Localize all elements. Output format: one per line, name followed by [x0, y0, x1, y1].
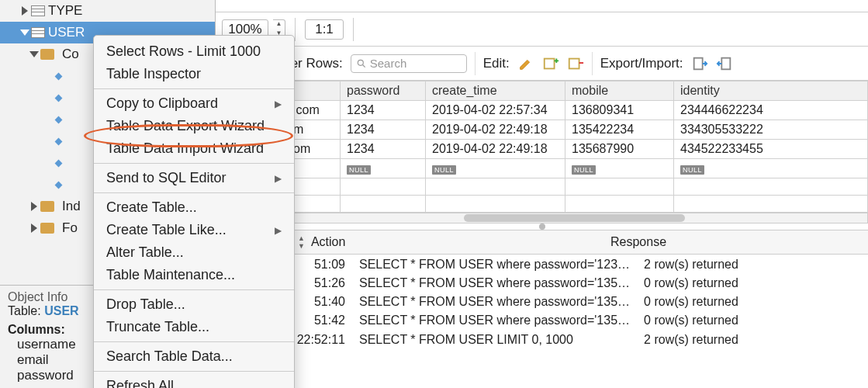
log-col-response: Response	[604, 235, 868, 249]
cell[interactable]	[674, 178, 868, 196]
cell[interactable]: 334305533222	[674, 120, 868, 140]
menu-item[interactable]: Alter Table...	[94, 241, 294, 264]
log-cell: 0 row(s) returned	[638, 293, 866, 310]
table-row[interactable]: NULLNULLNULLNULLNULL	[216, 159, 868, 178]
table-row[interactable]: 1234@163.com12342019-04-02 22:49:1813568…	[216, 140, 868, 159]
table-context-menu[interactable]: Select Rows - Limit 1000Table InspectorC…	[93, 35, 295, 388]
tree-label: TYPE	[48, 3, 82, 19]
main-panel: 100% ▲▼ 1:1 Filter Rows: Search Edit: Ex…	[216, 0, 868, 388]
log-row[interactable]: 51:26SELECT * FROM USER where password='…	[217, 275, 866, 292]
column-header[interactable]: identity	[674, 81, 868, 101]
expand-icon	[29, 51, 39, 57]
column-header[interactable]: create_time	[426, 81, 565, 101]
cell[interactable]: 234446622234	[674, 101, 868, 120]
log-row[interactable]: 51:09SELECT * FROM USER where password='…	[217, 256, 866, 273]
table-icon	[31, 5, 45, 16]
menu-item[interactable]: Table Maintenance...	[94, 264, 294, 286]
zoom-bar: 100% ▲▼ 1:1	[216, 12, 868, 47]
zoom-oneone[interactable]: 1:1	[305, 19, 344, 40]
edit-label: Edit:	[483, 56, 510, 71]
cell[interactable]: 136809341	[565, 101, 674, 120]
cell[interactable]	[341, 178, 426, 196]
table-row[interactable]	[216, 196, 868, 213]
cell[interactable]: 1234	[341, 101, 426, 120]
submenu-arrow-icon: ▶	[275, 225, 282, 236]
log-row[interactable]: 51:40SELECT * FROM USER where password='…	[217, 293, 866, 310]
log-row[interactable]: ✓1122:52:11SELECT * FROM USER LIMIT 0, 1…	[217, 331, 866, 348]
cell[interactable]: 434522233455	[674, 140, 868, 159]
cell[interactable]: 135687990	[565, 140, 674, 159]
menu-item[interactable]: Select Rows - Limit 1000	[94, 40, 294, 63]
log-cell: 2 row(s) returned	[638, 256, 866, 273]
log-cell: SELECT * FROM USER LIMIT 0, 1000	[353, 331, 636, 348]
cell[interactable]	[426, 178, 565, 196]
folder-icon	[40, 49, 54, 60]
menu-item[interactable]: Search Table Data...	[94, 345, 294, 368]
log-cell: 0 row(s) returned	[638, 275, 866, 292]
column-header[interactable]: mobile	[565, 81, 674, 101]
menu-item[interactable]: Table Inspector	[94, 63, 294, 85]
export-icon[interactable]	[691, 55, 708, 72]
add-row-icon[interactable]	[542, 55, 559, 72]
svg-rect-5	[545, 58, 555, 68]
menu-item[interactable]: Send to SQL Editor▶	[94, 167, 294, 189]
tree-item-type[interactable]: TYPE	[0, 0, 215, 22]
tree-label: Ind	[62, 199, 81, 214]
cell[interactable]: NULL	[426, 159, 565, 178]
svg-line-4	[362, 64, 365, 67]
menu-item[interactable]: Table Data Export Wizard	[94, 115, 294, 137]
expand-icon	[22, 6, 28, 16]
log-cell: 0 row(s) returned	[638, 312, 866, 329]
cell[interactable]: 1234	[341, 140, 426, 159]
log-row[interactable]: 51:42SELECT * FROM USER where password='…	[217, 312, 866, 329]
cell[interactable]	[565, 178, 674, 196]
menu-item[interactable]: Create Table Like...▶	[94, 219, 294, 241]
svg-rect-6	[569, 58, 579, 68]
column-header[interactable]: password	[341, 81, 426, 101]
import-icon[interactable]	[716, 55, 733, 72]
menu-item[interactable]: Refresh All	[94, 375, 294, 388]
export-label: Export/Import:	[600, 56, 683, 71]
menu-item[interactable]: Create Table...	[94, 196, 294, 219]
menu-item[interactable]: Table Data Import Wizard	[94, 137, 294, 160]
menu-item[interactable]: Drop Table...	[94, 293, 294, 316]
cell[interactable]: 135422234	[565, 120, 674, 140]
delete-row-icon[interactable]	[567, 55, 584, 72]
cell[interactable]	[426, 196, 565, 213]
log-cell: SELECT * FROM USER where password='135…	[353, 275, 636, 292]
cell[interactable]: NULL	[565, 159, 674, 178]
column-icon	[55, 137, 63, 145]
cell[interactable]: NULL	[674, 159, 868, 178]
menu-item[interactable]: Copy to Clipboard▶	[94, 92, 294, 115]
cell[interactable]: NULL	[341, 159, 426, 178]
expand-icon	[20, 29, 29, 36]
svg-rect-8	[721, 57, 730, 69]
cell[interactable]	[341, 196, 426, 213]
tree-label: Co	[62, 47, 79, 62]
result-grid[interactable]: emailpasswordcreate_timemobileidentity 1…	[216, 81, 868, 213]
cell[interactable]: 2019-04-02 22:49:18	[426, 140, 565, 159]
cell[interactable]: 2019-04-02 22:57:34	[426, 101, 565, 120]
tree-label: Fo	[62, 220, 78, 236]
split-handle[interactable]	[539, 223, 545, 230]
table-row[interactable]: 1111@gmail.com12342019-04-02 22:57:34136…	[216, 101, 868, 120]
edit-icon[interactable]	[517, 55, 534, 72]
log-table[interactable]: 51:09SELECT * FROM USER where password='…	[216, 255, 868, 350]
log-stepper[interactable]: ▲▼	[298, 234, 305, 250]
cell[interactable]: 1234	[341, 120, 426, 140]
cell[interactable]: 2019-04-02 22:49:18	[426, 120, 565, 140]
null-badge: NULL	[432, 165, 456, 175]
table-icon	[31, 27, 45, 38]
null-badge: NULL	[680, 165, 704, 175]
column-icon	[55, 94, 63, 102]
cell[interactable]	[674, 196, 868, 213]
horizontal-scrollbar[interactable]	[216, 213, 868, 223]
expand-icon	[31, 223, 37, 233]
menu-item[interactable]: Truncate Table...	[94, 316, 294, 338]
column-icon	[55, 116, 63, 123]
table-row[interactable]	[216, 178, 868, 196]
search-input[interactable]: Search	[351, 54, 467, 73]
cell[interactable]	[565, 196, 674, 213]
expand-icon	[31, 202, 37, 211]
table-row[interactable]: 2572@qq.com12342019-04-02 22:49:18135422…	[216, 120, 868, 140]
